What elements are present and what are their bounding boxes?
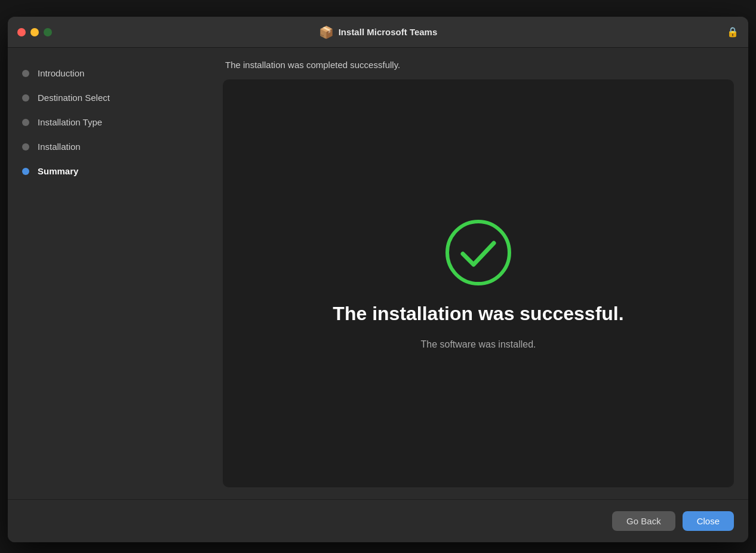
title-bar: 📦 Install Microsoft Teams 🔒 — [8, 17, 748, 48]
sidebar-label-summary: Summary — [38, 166, 78, 176]
title-bar-center: 📦 Install Microsoft Teams — [319, 25, 438, 39]
button-bar: Go Back Close — [8, 499, 748, 542]
sidebar-item-destination-select: Destination Select — [8, 87, 223, 109]
sidebar-item-installation-type: Installation Type — [8, 111, 223, 133]
sidebar: Introduction Destination Select Installa… — [8, 48, 223, 499]
sidebar-label-introduction: Introduction — [38, 68, 84, 78]
traffic-lights — [17, 28, 52, 36]
app-icon: 📦 — [319, 25, 334, 39]
window-title: Install Microsoft Teams — [339, 27, 438, 37]
success-card: The installation was successful. The sof… — [223, 79, 734, 487]
main-panel: The installation was completed successfu… — [223, 48, 748, 499]
step-dot-destination-select — [22, 94, 29, 102]
step-dot-introduction — [22, 70, 29, 77]
success-title: The installation was successful. — [333, 303, 623, 325]
step-dot-installation-type — [22, 119, 29, 126]
close-window-button[interactable] — [17, 28, 26, 36]
sidebar-item-installation: Installation — [8, 136, 223, 158]
installer-window: 📦 Install Microsoft Teams 🔒 Introduction… — [8, 17, 748, 542]
sidebar-label-installation-type: Installation Type — [38, 117, 102, 127]
completion-text: The installation was completed successfu… — [223, 60, 734, 70]
close-button[interactable]: Close — [683, 511, 734, 531]
go-back-button[interactable]: Go Back — [612, 511, 675, 531]
sidebar-item-summary: Summary — [8, 160, 223, 182]
step-dot-summary — [22, 168, 29, 175]
content-area: Introduction Destination Select Installa… — [8, 48, 748, 499]
success-checkmark-icon — [442, 217, 514, 288]
svg-point-0 — [447, 222, 509, 284]
maximize-window-button[interactable] — [44, 28, 52, 36]
minimize-window-button[interactable] — [30, 28, 39, 36]
lock-icon: 🔒 — [727, 26, 739, 38]
step-dot-installation — [22, 143, 29, 150]
sidebar-item-introduction: Introduction — [8, 62, 223, 84]
sidebar-label-installation: Installation — [38, 142, 81, 152]
sidebar-label-destination-select: Destination Select — [38, 93, 110, 103]
success-subtitle: The software was installed. — [421, 339, 536, 350]
